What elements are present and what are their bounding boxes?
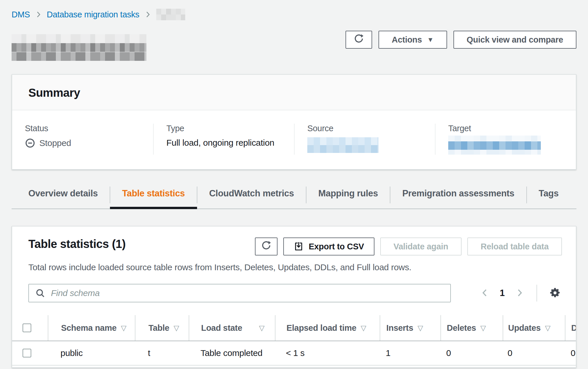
select-all-checkbox[interactable] <box>23 324 31 332</box>
sort-icon: ▽ <box>174 324 179 332</box>
select-all-cell <box>12 315 48 341</box>
field-target: Target <box>435 124 576 155</box>
refresh-icon <box>354 34 364 46</box>
schema-search <box>28 284 451 302</box>
next-page-button[interactable] <box>514 287 525 299</box>
search-icon <box>35 288 45 298</box>
tab-table-statistics[interactable]: Table statistics <box>110 186 197 209</box>
type-label: Type <box>166 124 284 133</box>
column-header-deletes[interactable]: Deletes▽ <box>440 315 503 341</box>
source-link-redacted[interactable] <box>307 137 378 153</box>
sort-icon: ▽ <box>545 324 550 332</box>
status-value: Stopped <box>25 138 143 148</box>
column-header-schema-name[interactable]: Schema name▽ <box>48 315 135 341</box>
row-checkbox[interactable] <box>23 349 31 357</box>
table-header-row: Schema name▽ Table▽ Load state▽ Elapsed … <box>12 315 576 341</box>
minus-circle-icon <box>25 138 35 148</box>
field-source: Source <box>294 124 435 155</box>
search-input[interactable] <box>50 288 444 298</box>
caret-down-icon: ▼ <box>427 36 433 43</box>
tab-cloudwatch-metrics[interactable]: CloudWatch metrics <box>197 186 306 209</box>
chevron-right-icon <box>515 288 524 298</box>
summary-title: Summary <box>28 86 560 99</box>
tab-tags[interactable]: Tags <box>527 186 571 209</box>
field-status: Status Stopped <box>12 124 153 155</box>
sort-icon: ▽ <box>418 324 423 332</box>
pagination: 1 <box>479 285 562 302</box>
cell-table: t <box>135 341 189 365</box>
tab-strip: Overview details Table statistics CloudW… <box>12 186 576 209</box>
summary-card-header: Summary <box>12 75 576 110</box>
chevron-left-icon <box>480 288 489 298</box>
target-link-redacted[interactable] <box>448 136 541 155</box>
table-toolbar: 1 <box>12 284 576 302</box>
sort-icon: ▽ <box>121 324 126 332</box>
cell-ddls: 0 <box>565 341 576 365</box>
cell-schema-name: public <box>48 341 135 365</box>
gear-icon <box>549 287 561 299</box>
reload-label: Reload table data <box>481 242 549 251</box>
breadcrumb-link-dms[interactable]: DMS <box>12 10 30 19</box>
validate-again-button[interactable]: Validate again <box>380 238 462 255</box>
quick-view-compare-button[interactable]: Quick view and compare <box>453 31 576 49</box>
quick-view-label: Quick view and compare <box>467 35 563 45</box>
download-icon <box>294 242 304 251</box>
reload-table-data-button[interactable]: Reload table data <box>467 238 562 255</box>
breadcrumb-link-tasks[interactable]: Database migration tasks <box>47 10 139 19</box>
export-label: Export to CSV <box>309 242 364 251</box>
previous-page-button[interactable] <box>479 287 490 299</box>
summary-card: Summary Status Stopped Type Full load, o… <box>12 74 576 170</box>
cell-load-state: Table completed <box>189 341 275 365</box>
table-row: public t Table completed < 1 s 1 0 0 0 <box>12 341 576 366</box>
sort-icon: ▽ <box>361 324 366 332</box>
cell-deletes: 0 <box>440 341 503 365</box>
cell-elapsed-load-time: < 1 s <box>275 341 380 365</box>
target-label: Target <box>448 124 565 133</box>
sort-icon: ▽ <box>480 324 486 332</box>
breadcrumb-current-redacted[interactable] <box>156 9 185 20</box>
table-statistics-buttons: Export to CSV Validate again Reload tabl… <box>255 238 562 255</box>
tab-mapping-rules[interactable]: Mapping rules <box>306 186 390 209</box>
task-title-redacted <box>12 34 146 61</box>
export-to-csv-button[interactable]: Export to CSV <box>283 238 374 255</box>
sort-icon: ▽ <box>259 324 264 332</box>
page-header-actions: Actions ▼ Quick view and compare <box>346 31 576 49</box>
column-header-ddls[interactable]: DDLs▽ <box>565 315 576 341</box>
status-text: Stopped <box>39 138 71 148</box>
cell-inserts: 1 <box>380 341 440 365</box>
table-preferences-button[interactable] <box>548 286 562 301</box>
refresh-icon <box>261 240 271 253</box>
refresh-table-button[interactable] <box>255 238 278 255</box>
dms-task-page: DMS Database migration tasks Actions ▼ Q… <box>0 9 588 368</box>
column-header-table[interactable]: Table▽ <box>135 315 189 341</box>
current-page-number[interactable]: 1 <box>498 288 506 298</box>
type-value: Full load, ongoing replication <box>166 138 284 148</box>
column-header-load-state[interactable]: Load state▽ <box>189 315 275 341</box>
column-header-updates[interactable]: Updates▽ <box>503 315 565 341</box>
table-statistics-header: Table statistics (1) Export to CSV <box>12 226 576 255</box>
tab-overview-details[interactable]: Overview details <box>16 186 110 209</box>
validate-label: Validate again <box>394 242 448 251</box>
source-label: Source <box>307 124 425 133</box>
actions-label: Actions <box>392 35 422 45</box>
table-statistics-table: Schema name▽ Table▽ Load state▽ Elapsed … <box>12 315 576 366</box>
status-label: Status <box>25 124 143 133</box>
cell-updates: 0 <box>503 341 565 365</box>
table-statistics-description: Total rows include loaded source table r… <box>12 262 576 272</box>
table-statistics-title: Table statistics (1) <box>28 238 126 251</box>
breadcrumb: DMS Database migration tasks <box>12 9 576 20</box>
table-statistics-card: Table statistics (1) Export to CSV <box>12 226 576 368</box>
divider <box>536 285 537 302</box>
actions-menu-button[interactable]: Actions ▼ <box>378 31 447 49</box>
refresh-button[interactable] <box>346 31 372 49</box>
column-header-inserts[interactable]: Inserts▽ <box>380 315 440 341</box>
column-header-elapsed-load-time[interactable]: Elapsed load time▽ <box>275 315 380 341</box>
chevron-right-icon <box>144 11 152 18</box>
row-select-cell <box>12 341 48 365</box>
tab-premigration-assessments[interactable]: Premigration assessments <box>390 186 526 209</box>
chevron-right-icon <box>35 11 42 18</box>
field-type: Type Full load, ongoing replication <box>153 124 294 155</box>
summary-card-body: Status Stopped Type Full load, ongoing r… <box>12 110 576 169</box>
page-header: Actions ▼ Quick view and compare <box>12 31 576 61</box>
